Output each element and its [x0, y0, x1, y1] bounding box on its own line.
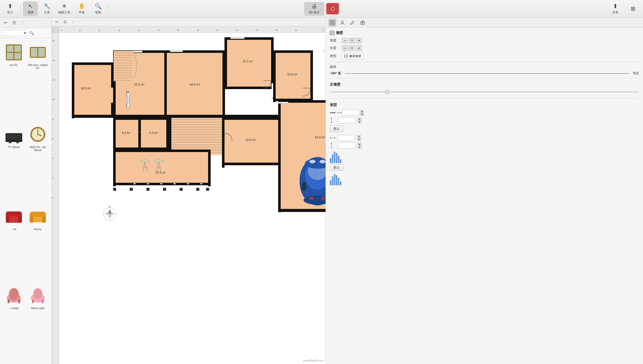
svg-text:4: 4: [119, 29, 120, 31]
length-plus[interactable]: +: [356, 45, 362, 51]
svg-point-174: [309, 197, 314, 200]
shape-height-up[interactable]: ▲: [358, 118, 362, 120]
bar-3: [334, 152, 335, 163]
svg-text:21.5 m²: 21.5 m²: [243, 60, 253, 63]
sidebar-item-tv[interactable]: TV Stand: [2, 122, 25, 204]
shape-y-up[interactable]: ▲: [358, 143, 362, 145]
svg-rect-30: [8, 299, 10, 303]
svg-point-33: [33, 288, 42, 299]
svg-rect-193: [134, 183, 136, 184]
shape-height-input[interactable]: [338, 117, 356, 123]
shape-y-input[interactable]: [338, 142, 356, 149]
svg-point-187: [154, 160, 163, 162]
view2d-button[interactable]: 🖨 2D 表示: [304, 2, 324, 16]
sidebar-item-gloss[interactable]: Gloss style: [26, 283, 49, 362]
search-button[interactable]: 🔍: [28, 29, 35, 37]
import-icon: ⬆: [8, 3, 12, 10]
default-button-1[interactable]: 默认: [330, 125, 343, 132]
length-equal[interactable]: =: [349, 45, 355, 51]
length-minus[interactable]: −: [342, 45, 348, 51]
3d-view-button[interactable]: ⬡: [326, 3, 339, 14]
main-wall-title: 主墙壁: [330, 82, 639, 87]
thickness-minus[interactable]: −: [342, 38, 348, 43]
import-button[interactable]: ⬆ 导入: [3, 2, 18, 16]
shape-row2: ▲ ▼: [330, 117, 639, 123]
edit-mode-btn[interactable]: ✏: [54, 19, 60, 25]
svg-rect-145: [166, 117, 169, 151]
edit-tab[interactable]: [348, 19, 357, 27]
svg-point-232: [362, 22, 363, 24]
sidebar-item-sofa-red[interactable]: ...ch: [2, 204, 25, 283]
svg-rect-69: [72, 62, 74, 118]
slider-track: [330, 91, 639, 92]
sidebar-edit-btn[interactable]: ✏: [2, 19, 9, 26]
shape-y-down[interactable]: ▼: [358, 146, 362, 149]
svg-rect-6: [15, 53, 21, 59]
shape-x-input[interactable]: [337, 135, 355, 141]
move-button[interactable]: ✋ 平移: [74, 2, 89, 16]
properties-tab[interactable]: [328, 19, 336, 27]
svg-text:10: 10: [52, 98, 55, 101]
person-tab[interactable]: [338, 19, 346, 27]
share-button[interactable]: ⬆ 共享: [608, 2, 623, 16]
canvas-area[interactable]: -2 0 2 4 6 8 10 12 14 16 18 20 22 16: [52, 26, 326, 364]
panel-toggle-btn[interactable]: ⋮: [70, 19, 76, 25]
svg-rect-205: [206, 188, 209, 191]
info-icon[interactable]: ⓘ: [322, 28, 325, 32]
assist-button[interactable]: ✳ 辅助工具: [56, 2, 73, 16]
type-selector[interactable]: 楼层墙壁: [342, 53, 364, 59]
floorplan-container[interactable]: .room-fill { fill: #f5c49a; } .wall { fi…: [59, 33, 326, 364]
slider-thumb[interactable]: [385, 90, 389, 94]
svg-point-183: [140, 160, 149, 162]
svg-rect-3: [7, 46, 13, 52]
sidebar-more-btn[interactable]: ⋮: [19, 19, 26, 26]
svg-marker-240: [334, 112, 335, 114]
sidebar-item-window1[interactable]: oor 01: [2, 40, 25, 122]
bar2-2: [332, 176, 333, 185]
category-select[interactable]: [2, 30, 27, 36]
svg-marker-243: [341, 112, 341, 114]
arc-row: -180° 弧 笔直: [330, 71, 639, 76]
shape-row1: ▲ ▼: [330, 110, 639, 116]
shape-width-stepper: ▲ ▼: [360, 110, 364, 116]
sidebar-list-btn[interactable]: ☰: [11, 19, 18, 26]
shape-x-up[interactable]: ▲: [357, 135, 361, 138]
list-view-btn[interactable]: ☰: [62, 19, 68, 25]
clock-thumb: [28, 124, 48, 144]
line-shape-icon: [330, 111, 335, 115]
sidebar-toolbar: ✏ ☰ ⋮: [0, 18, 51, 28]
svg-rect-147: [222, 118, 279, 166]
bar2-5: [338, 178, 339, 185]
tools-button[interactable]: 🔧 工具: [39, 2, 54, 16]
shape-height-down[interactable]: ▼: [358, 121, 362, 123]
shape-width-input[interactable]: [342, 110, 360, 116]
divider1: [20, 4, 20, 14]
camera-tab[interactable]: [359, 19, 367, 27]
shape-width-down[interactable]: ▼: [360, 113, 364, 116]
thickness-plus[interactable]: +: [356, 38, 362, 43]
right-panel-properties: 墙壁 厚度 − = + 长度 − = +: [326, 28, 643, 192]
svg-rect-137: [113, 117, 116, 151]
svg-rect-198: [200, 183, 202, 184]
sidebar-item-window2[interactable]: FW sym...indow 02: [26, 40, 49, 122]
view-toggle-button[interactable]: ⊞: [625, 4, 640, 14]
zoom-button[interactable]: 🔍 缩放: [90, 2, 106, 16]
thickness-equal[interactable]: =: [349, 38, 355, 43]
select-button[interactable]: ↖ 选择: [23, 2, 38, 16]
svg-rect-10: [39, 48, 45, 57]
sidebar-item-sunny[interactable]: Sunny: [26, 204, 49, 283]
main-wall-slider-container[interactable]: [330, 89, 639, 94]
svg-point-171: [309, 160, 315, 163]
svg-marker-249: [335, 137, 335, 139]
default-button-2[interactable]: 默认: [330, 164, 343, 171]
sidebar-item-clock[interactable]: Wall Clo...ow Wood: [26, 122, 49, 204]
bar2-6: [340, 181, 341, 185]
default-btn2-container: 默认: [330, 164, 639, 171]
shape-width-up[interactable]: ▲: [360, 110, 364, 113]
svg-rect-138: [138, 117, 141, 151]
chart-bars: [330, 151, 639, 163]
svg-rect-13: [9, 142, 11, 143]
shape-x-down[interactable]: ▼: [357, 138, 361, 141]
svg-text:2: 2: [99, 29, 100, 31]
sidebar-item-chair-pink1[interactable]: ...model: [2, 283, 25, 362]
